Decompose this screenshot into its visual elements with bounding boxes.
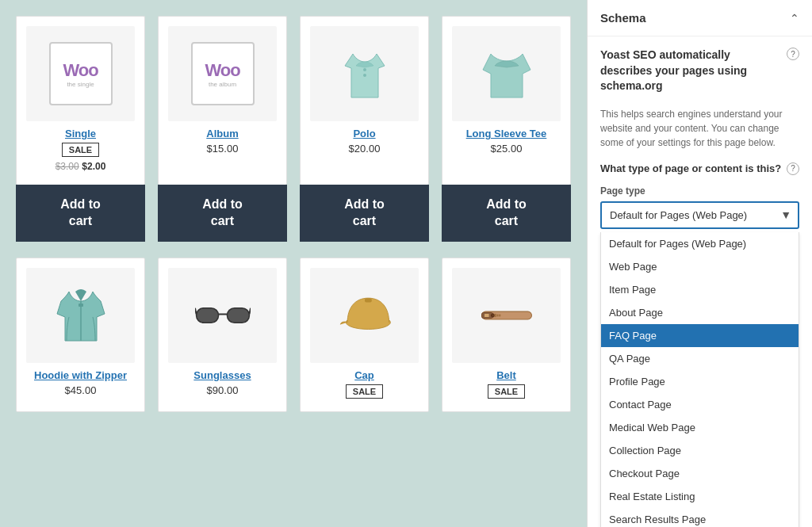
product-image-longsleeve — [452, 26, 561, 121]
product-card-album: Woo the album Album $15.00 — [158, 16, 287, 185]
schema-title: Schema — [600, 11, 646, 25]
sale-badge-belt: SALE — [488, 384, 525, 399]
yoast-heading: Yoast SEO automatically describes your p… — [600, 48, 783, 94]
hoodie-icon — [53, 284, 109, 347]
sale-badge-cap: SALE — [346, 384, 383, 399]
dropdown-item-webpage[interactable]: Web Page — [601, 255, 799, 278]
dropdown-item-default[interactable]: Default for Pages (Web Page) — [601, 232, 799, 255]
product-row-1-info: Woo the single Single SALE $3.00 $2.00 W… — [16, 16, 571, 185]
dropdown-item-realestatelisting[interactable]: Real Estate Listing — [601, 485, 799, 508]
dropdown-item-checkoutpage[interactable]: Checkout Page — [601, 462, 799, 485]
svg-rect-3 — [79, 304, 83, 307]
svg-rect-4 — [196, 308, 218, 323]
product-card-belt: Belt SALE — [442, 258, 571, 412]
price-area-hoodie: $45.00 — [65, 384, 97, 396]
dropdown-item-itempage[interactable]: Item Page — [601, 278, 799, 301]
svg-rect-13 — [485, 314, 489, 317]
belt-icon — [479, 284, 534, 347]
dropdown-item-collectionpage[interactable]: Collection Page — [601, 439, 799, 462]
product-card-polo: Polo $20.00 — [300, 16, 429, 185]
svg-rect-10 — [365, 298, 372, 302]
svg-point-1 — [363, 74, 366, 77]
price-regular-album: $15.00 — [207, 143, 239, 155]
dropdown-item-faqpage[interactable]: FAQ Page — [601, 324, 799, 347]
price-sale-single: $2.00 — [82, 161, 105, 172]
price-area-single: $3.00 $2.00 — [56, 160, 106, 172]
add-to-cart-album[interactable]: Add tocart — [158, 185, 287, 242]
dropdown-item-contactpage[interactable]: Contact Page — [601, 393, 799, 416]
woo-logo-album: Woo the album — [191, 42, 255, 105]
product-name-single[interactable]: Single — [65, 128, 96, 139]
page-type-dropdown-list: Default for Pages (Web Page) Web Page It… — [600, 232, 799, 527]
dropdown-item-searchresultspage[interactable]: Search Results Page — [601, 508, 799, 527]
dropdown-item-aboutpage[interactable]: About Page — [601, 301, 799, 324]
price-regular-hoodie: $45.00 — [65, 384, 97, 396]
product-image-cap — [310, 268, 419, 363]
schema-header: Schema ⌃ — [588, 0, 812, 36]
svg-rect-16 — [496, 315, 498, 317]
product-image-hoodie — [26, 268, 135, 363]
sale-badge-single: SALE — [62, 143, 99, 157]
product-image-belt — [452, 268, 561, 363]
product-name-hoodie[interactable]: Hoodie with Zipper — [34, 369, 127, 381]
page-type-question: What type of page or content is this? — [600, 162, 783, 174]
price-area-longsleeve: $25.00 — [491, 143, 523, 155]
product-listing-panel: Woo the single Single SALE $3.00 $2.00 W… — [0, 0, 587, 527]
page-type-label: Page type — [600, 185, 799, 197]
product-name-album[interactable]: Album — [206, 128, 238, 139]
svg-rect-17 — [499, 315, 500, 317]
longsleeve-shirt-icon — [479, 42, 534, 105]
schema-collapse-icon[interactable]: ⌃ — [790, 12, 799, 25]
product-card-single: Woo the single Single SALE $3.00 $2.00 — [16, 16, 145, 185]
woo-logo-single: Woo the single — [49, 42, 113, 105]
product-image-album: Woo the album — [168, 26, 277, 121]
page-type-help-icon[interactable]: ? — [787, 162, 799, 175]
add-to-cart-single[interactable]: Add tocart — [16, 185, 145, 242]
add-to-cart-polo[interactable]: Add tocart — [300, 185, 429, 242]
svg-rect-5 — [227, 308, 249, 323]
product-name-sunglasses[interactable]: Sunglasses — [193, 369, 251, 381]
dropdown-item-qapage[interactable]: QA Page — [601, 347, 799, 370]
svg-point-0 — [363, 68, 366, 71]
price-area-sunglasses: $90.00 — [207, 384, 239, 396]
page-type-select[interactable]: Default for Pages (Web Page) — [600, 201, 799, 229]
product-name-longsleeve[interactable]: Long Sleeve Tee — [466, 128, 547, 139]
polo-shirt-icon — [337, 42, 393, 105]
add-to-cart-row-1: Add tocart Add tocart Add tocart Add toc… — [16, 185, 571, 242]
svg-rect-15 — [494, 314, 496, 317]
product-name-belt[interactable]: Belt — [496, 369, 516, 381]
product-image-polo — [310, 26, 419, 121]
woo-logo-text: Woo — [63, 60, 98, 81]
dropdown-item-medicalwebpage[interactable]: Medical Web Page — [601, 416, 799, 439]
product-image-single: Woo the single — [26, 26, 135, 121]
product-name-polo[interactable]: Polo — [353, 128, 375, 139]
price-regular-sunglasses: $90.00 — [207, 384, 239, 396]
price-original-single: $3.00 — [56, 161, 79, 172]
yoast-description: This helps search engines understand you… — [600, 107, 799, 150]
product-image-sunglasses — [168, 268, 277, 363]
product-row-2-info: Hoodie with Zipper $45.00 Sunglasses $90… — [16, 258, 571, 412]
page-type-select-wrapper: Default for Pages (Web Page) ▼ — [600, 201, 799, 229]
product-card-sunglasses: Sunglasses $90.00 — [158, 258, 287, 412]
product-name-cap[interactable]: Cap — [354, 369, 374, 381]
sunglasses-icon — [195, 284, 251, 347]
product-card-cap: Cap SALE — [300, 258, 429, 412]
dropdown-item-profilepage[interactable]: Profile Page — [601, 370, 799, 393]
woo-logo-subtitle: the single — [67, 81, 94, 88]
woo-logo-text-album: Woo — [205, 60, 239, 81]
woo-logo-subtitle-album: the album — [209, 81, 236, 88]
price-regular-polo: $20.00 — [349, 143, 381, 155]
schema-panel: Schema ⌃ Yoast SEO automatically describ… — [587, 0, 812, 527]
add-to-cart-longsleeve[interactable]: Add tocart — [442, 185, 571, 242]
cap-icon — [337, 284, 393, 347]
yoast-help-icon[interactable]: ? — [787, 48, 799, 60]
svg-point-14 — [491, 314, 494, 317]
price-area-album: $15.00 — [207, 143, 239, 155]
svg-line-8 — [249, 308, 251, 315]
product-card-longsleeve: Long Sleeve Tee $25.00 — [442, 16, 571, 185]
price-regular-longsleeve: $25.00 — [491, 143, 523, 155]
price-area-polo: $20.00 — [349, 143, 381, 155]
product-card-hoodie: Hoodie with Zipper $45.00 — [16, 258, 145, 412]
svg-line-7 — [195, 308, 197, 315]
schema-body: Yoast SEO automatically describes your p… — [588, 36, 812, 527]
